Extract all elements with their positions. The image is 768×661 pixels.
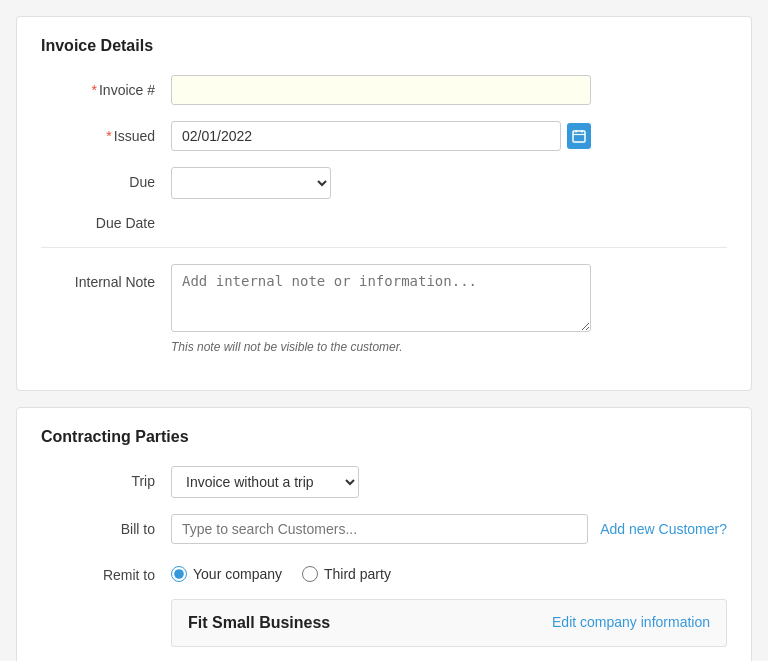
due-select-wrapper: Net 15 Net 30 Net 60 Due on receipt [171, 167, 351, 199]
issued-date-wrapper [171, 121, 591, 151]
third-party-label: Third party [324, 566, 391, 582]
your-company-radio[interactable] [171, 566, 187, 582]
due-row: Due Net 15 Net 30 Net 60 Due on receipt [41, 167, 727, 199]
trip-label: Trip [41, 466, 171, 489]
issued-label: *Issued [41, 121, 171, 144]
invoice-number-input[interactable] [171, 75, 591, 105]
due-date-label: Due Date [41, 215, 171, 231]
trip-select[interactable]: Invoice without a trip Trip 1 Trip 2 [171, 466, 359, 498]
contracting-parties-title: Contracting Parties [41, 428, 727, 446]
calendar-icon[interactable] [567, 123, 591, 149]
trip-row: Trip Invoice without a trip Trip 1 Trip … [41, 466, 727, 498]
company-name: Fit Small Business [188, 614, 330, 632]
issued-row: *Issued [41, 121, 727, 151]
remit-to-row: Remit to Your company Third party [41, 560, 727, 583]
bill-to-row: Bill to Add new Customer? [41, 514, 727, 544]
company-info-card: Fit Small Business Edit company informat… [171, 599, 727, 647]
remit-to-label: Remit to [41, 560, 171, 583]
note-hint: This note will not be visible to the cus… [171, 340, 591, 354]
due-date-value [171, 215, 591, 219]
remit-to-options: Your company Third party [171, 560, 727, 582]
contracting-parties-card: Contracting Parties Trip Invoice without… [16, 407, 752, 661]
invoice-details-title: Invoice Details [41, 37, 727, 55]
your-company-label: Your company [193, 566, 282, 582]
svg-rect-0 [573, 131, 585, 142]
due-select[interactable]: Net 15 Net 30 Net 60 Due on receipt [171, 167, 331, 199]
third-party-option[interactable]: Third party [302, 566, 391, 582]
internal-note-row: Internal Note This note will not be visi… [41, 264, 727, 354]
your-company-option[interactable]: Your company [171, 566, 282, 582]
bill-to-input[interactable] [171, 514, 588, 544]
internal-note-wrapper: This note will not be visible to the cus… [171, 264, 591, 354]
due-date-row: Due Date [41, 215, 727, 231]
invoice-number-row: *Invoice # [41, 75, 727, 105]
issued-date-input[interactable] [171, 121, 561, 151]
edit-company-link[interactable]: Edit company information [552, 614, 710, 630]
add-new-customer-link[interactable]: Add new Customer? [600, 521, 727, 537]
invoice-number-field-wrapper [171, 75, 591, 105]
third-party-radio[interactable] [302, 566, 318, 582]
bill-to-label: Bill to [41, 514, 171, 537]
internal-note-textarea[interactable] [171, 264, 591, 332]
invoice-details-card: Invoice Details *Invoice # *Issued [16, 16, 752, 391]
trip-select-wrapper: Invoice without a trip Trip 1 Trip 2 [171, 466, 611, 498]
due-label: Due [41, 167, 171, 190]
invoice-number-label: *Invoice # [41, 75, 171, 98]
bill-to-wrapper: Add new Customer? [171, 514, 727, 544]
section-divider [41, 247, 727, 248]
internal-note-label: Internal Note [41, 264, 171, 290]
